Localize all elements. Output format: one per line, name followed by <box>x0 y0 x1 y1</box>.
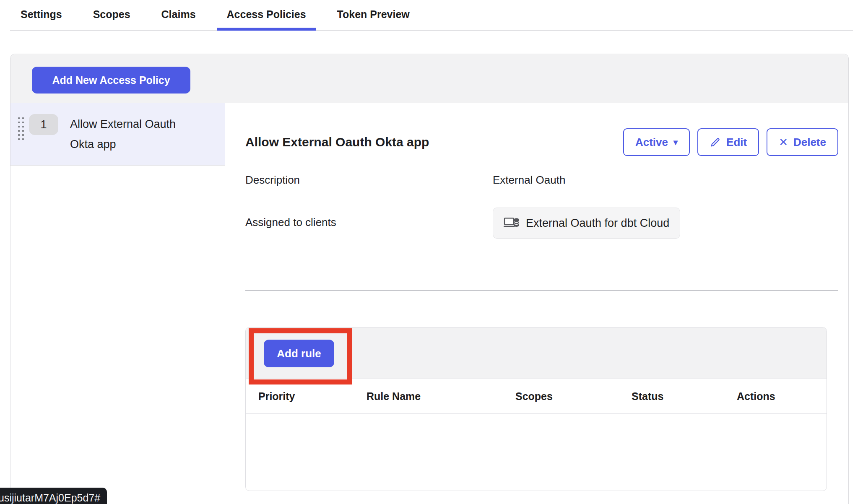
policy-list-item[interactable]: 1 Allow External Oauth Okta app <box>10 103 225 166</box>
tab-settings[interactable]: Settings <box>21 8 62 21</box>
rules-table-header: Priority Rule Name Scopes Status Actions <box>246 379 827 414</box>
tab-bar-divider <box>10 30 853 31</box>
chevron-down-icon: ▾ <box>673 138 678 146</box>
panel-toolbar: Add New Access Policy <box>10 54 848 103</box>
add-new-access-policy-button[interactable]: Add New Access Policy <box>32 67 190 94</box>
assigned-clients-row: Assigned to clients External Oauth for d… <box>245 208 838 239</box>
column-actions: Actions <box>737 390 827 403</box>
rules-table-empty-body <box>246 414 827 491</box>
policy-action-buttons: Active ▾ Edit ✕ Delete <box>623 128 838 156</box>
rules-toolbar: Add rule <box>246 327 827 379</box>
drag-handle-icon[interactable] <box>18 117 24 140</box>
delete-button-label: Delete <box>793 136 826 149</box>
delete-x-icon: ✕ <box>779 137 788 148</box>
policy-list-sidebar: 1 Allow External Oauth Okta app <box>10 103 225 504</box>
column-scopes: Scopes <box>515 390 632 403</box>
panel-body: 1 Allow External Oauth Okta app Allow Ex… <box>10 103 848 504</box>
status-dropdown-button[interactable]: Active ▾ <box>623 128 690 156</box>
policy-priority-badge: 1 <box>29 114 58 135</box>
policy-detail: Allow External Oauth Okta app Active ▾ E… <box>225 103 848 504</box>
tab-bar: Settings Scopes Claims Access Policies T… <box>10 0 853 31</box>
link-preview-statusbar: usijiutarM7Aj0Ep5d7# <box>0 488 107 504</box>
assigned-clients-label: Assigned to clients <box>245 208 493 229</box>
description-row: Description External Oauth <box>245 174 838 187</box>
policy-title: Allow External Oauth Okta app <box>245 135 429 149</box>
edit-button[interactable]: Edit <box>697 128 759 156</box>
policy-list-item-label: Allow External Oauth Okta app <box>70 114 196 154</box>
policy-title-row: Allow External Oauth Okta app Active ▾ E… <box>245 128 838 156</box>
client-chip-label: External Oauth for dbt Cloud <box>526 217 669 230</box>
access-policies-page: { "tabs": { "items": [ { "label": "Setti… <box>0 0 863 504</box>
delete-button[interactable]: ✕ Delete <box>767 128 838 156</box>
column-status: Status <box>632 390 737 403</box>
section-divider <box>245 290 838 291</box>
rules-card: Add rule Priority Rule Name Scopes Statu… <box>245 327 827 491</box>
column-priority: Priority <box>258 390 367 403</box>
edit-pencil-icon <box>710 137 721 148</box>
add-rule-button[interactable]: Add rule <box>264 340 334 367</box>
description-value: External Oauth <box>493 174 838 187</box>
column-rule-name: Rule Name <box>367 390 515 403</box>
tab-access-policies[interactable]: Access Policies <box>227 8 306 21</box>
tab-claims[interactable]: Claims <box>161 8 196 21</box>
edit-button-label: Edit <box>726 136 747 149</box>
access-policies-panel: Add New Access Policy 1 Allow External O… <box>10 54 849 504</box>
description-label: Description <box>245 174 493 187</box>
client-app-icon <box>504 217 520 229</box>
client-chip[interactable]: External Oauth for dbt Cloud <box>493 208 680 239</box>
tab-scopes[interactable]: Scopes <box>93 8 130 21</box>
status-dropdown-label: Active <box>635 136 668 149</box>
tab-token-preview[interactable]: Token Preview <box>337 8 410 21</box>
